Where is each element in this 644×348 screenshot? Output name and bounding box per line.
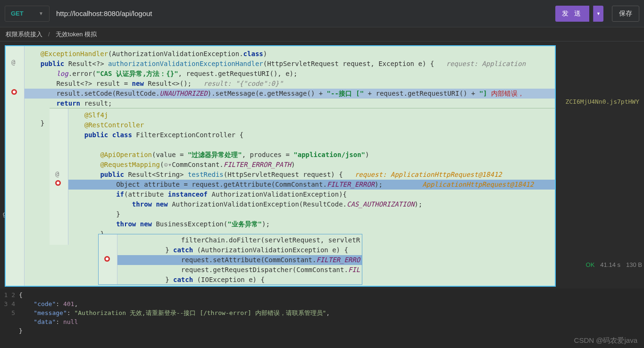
breadcrumb: 权限系统接入 / 无效token 模拟: [0, 27, 644, 41]
inner-gutter: @: [50, 108, 68, 245]
http-method-select[interactable]: GET ▼: [5, 6, 50, 22]
breadcrumb-leaf[interactable]: 无效token 模拟: [56, 30, 97, 39]
inner-code-body[interactable]: @Slf4j @RestController public class Filt…: [68, 110, 556, 239]
status-time: 41.14 s: [600, 261, 620, 268]
breadcrumb-root[interactable]: 权限系统接入: [6, 30, 42, 39]
status-size: 130 B: [626, 261, 642, 268]
response-status: OK 41.14 s 130 B: [586, 261, 642, 268]
override-icon: @: [55, 170, 59, 178]
override-icon: @: [11, 58, 15, 66]
tiny-code-body[interactable]: filterChain.doFilter(servletRequest, ser…: [117, 235, 362, 285]
json-response: 1 2 3 4 5 { "code": 401, "message": "Aut…: [0, 289, 644, 348]
chevron-down-icon: ▼: [39, 11, 43, 16]
code-overlay: @ @ExceptionHandler(AuthorizationValidat…: [5, 45, 556, 287]
json-body[interactable]: { "code": 401, "message": "Authorization…: [19, 289, 644, 348]
url-input[interactable]: [53, 6, 552, 22]
tiny-gutter: [99, 234, 117, 284]
save-button[interactable]: 保存: [612, 6, 639, 22]
watermark: CSDN @码农爱java: [574, 336, 637, 345]
send-button[interactable]: 发 送: [555, 6, 589, 22]
topbar: GET ▼ 发 送 ▼ 保存: [0, 0, 644, 27]
breakpoint-icon[interactable]: [55, 180, 61, 186]
token-text: ZCI6MjU4Nn0.js7ptHWY: [565, 98, 639, 105]
tiny-code-popup: filterChain.doFilter(servletRequest, ser…: [98, 234, 362, 285]
breakpoint-icon[interactable]: [104, 256, 110, 262]
code-gutter: @: [6, 46, 25, 286]
breadcrumb-sep: /: [48, 31, 50, 38]
json-line-numbers: 1 2 3 4 5: [0, 289, 19, 348]
inner-code-popup: @ @Slf4j @RestController public class Fi…: [50, 108, 556, 245]
http-method-value: GET: [11, 10, 24, 17]
status-ok: OK: [586, 261, 595, 268]
send-dropdown[interactable]: ▼: [593, 6, 603, 22]
breakpoint-icon[interactable]: [11, 89, 17, 95]
